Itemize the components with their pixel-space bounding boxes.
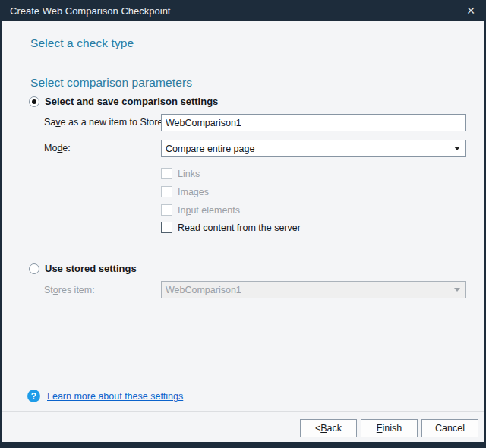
dialog-content: Select a check type Select comparison pa… xyxy=(2,21,484,442)
radio-use-stored[interactable]: Use stored settings xyxy=(29,263,137,274)
radio-button-icon xyxy=(29,263,39,274)
mode-label: Mode: xyxy=(44,143,71,153)
chevron-down-icon xyxy=(454,288,460,292)
learn-more-link[interactable]: Learn more about these settings xyxy=(47,391,183,402)
window-title: Create Web Comparison Checkpoint xyxy=(10,5,170,17)
finish-button[interactable]: Finish xyxy=(361,419,418,437)
stores-item-label: Stores item: xyxy=(44,285,95,295)
stores-item-dropdown-value: WebComparison1 xyxy=(166,285,241,295)
back-button[interactable]: < Back xyxy=(300,419,357,437)
save-as-input[interactable] xyxy=(161,114,466,131)
checkbox-images: Images xyxy=(161,186,209,197)
radio-button-icon xyxy=(29,96,39,107)
title-bar: Create Web Comparison Checkpoint ✕ xyxy=(0,0,486,21)
close-icon: ✕ xyxy=(466,5,475,17)
heading-check-type: Select a check type xyxy=(30,36,134,50)
radio-use-stored-label: Use stored settings xyxy=(45,263,137,274)
checkbox-icon xyxy=(161,168,172,179)
help-row: ? Learn more about these settings xyxy=(27,390,183,402)
mode-dropdown[interactable]: Compare entire page xyxy=(161,140,466,157)
heading-comparison-parameters: Select comparison parameters xyxy=(30,76,192,90)
checkbox-icon xyxy=(161,186,172,197)
footer-divider xyxy=(2,411,484,412)
checkbox-icon xyxy=(161,222,172,233)
chevron-down-icon xyxy=(454,147,460,150)
checkbox-read-content[interactable]: Read content from the server xyxy=(161,222,301,233)
close-button[interactable]: ✕ xyxy=(456,0,486,21)
radio-select-and-save-label: Select and save comparison settings xyxy=(45,96,218,107)
checkbox-links: Links xyxy=(161,168,200,179)
cancel-button[interactable]: Cancel xyxy=(421,419,478,437)
checkbox-icon xyxy=(161,204,172,216)
radio-select-and-save[interactable]: Select and save comparison settings xyxy=(29,96,218,107)
checkbox-input-elements: Input elements xyxy=(161,204,240,216)
help-icon: ? xyxy=(27,390,40,402)
stores-item-dropdown: WebComparison1 xyxy=(161,281,466,298)
mode-dropdown-value: Compare entire page xyxy=(166,144,254,154)
save-as-label: Save as a new item to Stores: xyxy=(44,117,170,128)
dialog-window: Create Web Comparison Checkpoint ✕ Selec… xyxy=(0,0,486,448)
